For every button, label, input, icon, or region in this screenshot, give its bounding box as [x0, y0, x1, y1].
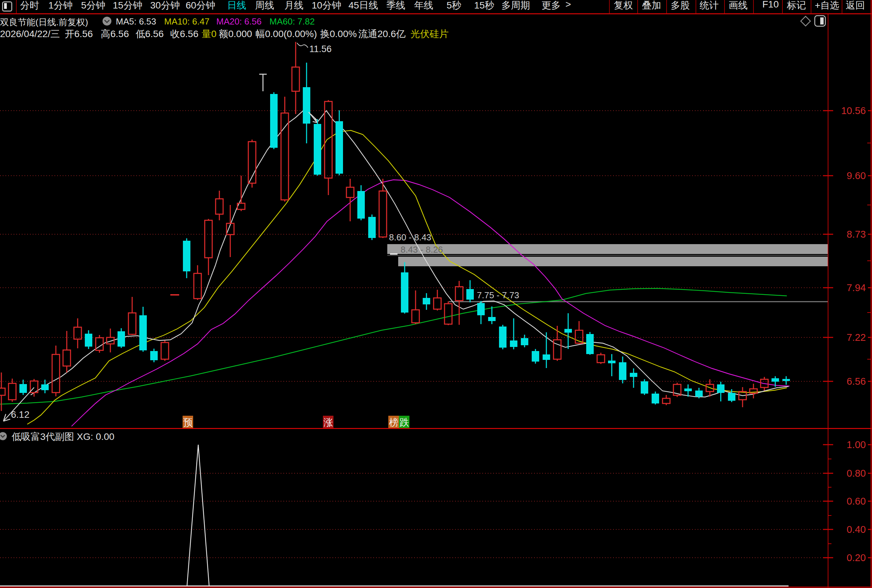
svg-text:10.56: 10.56: [841, 105, 866, 116]
svg-text:8.60 - 8.43: 8.60 - 8.43: [389, 232, 431, 242]
svg-text:7.94: 7.94: [847, 282, 866, 293]
svg-text:7.75 - 7.73: 7.75 - 7.73: [477, 290, 519, 300]
svg-text:榜: 榜: [389, 417, 399, 428]
svg-text:11.56: 11.56: [309, 44, 332, 54]
svg-text:0.80: 0.80: [847, 468, 866, 479]
svg-text:8.43 - 8.26: 8.43 - 8.26: [401, 244, 443, 255]
svg-text:0.20: 0.20: [847, 552, 866, 563]
svg-text:6.56: 6.56: [847, 376, 866, 387]
svg-text:1.00: 1.00: [847, 439, 866, 450]
svg-text:0.60: 0.60: [847, 496, 866, 507]
svg-text:涨: 涨: [324, 417, 333, 428]
svg-text:8.73: 8.73: [847, 229, 866, 240]
svg-text:低吸富3代副图 XG: 0.00: 低吸富3代副图 XG: 0.00: [12, 431, 114, 442]
svg-text:6.12: 6.12: [11, 409, 30, 420]
svg-text:9.60: 9.60: [847, 170, 866, 181]
svg-text:7.22: 7.22: [847, 332, 866, 343]
svg-text:跌: 跌: [399, 417, 409, 428]
svg-text:预: 预: [183, 417, 193, 428]
svg-text:0.40: 0.40: [847, 524, 866, 535]
